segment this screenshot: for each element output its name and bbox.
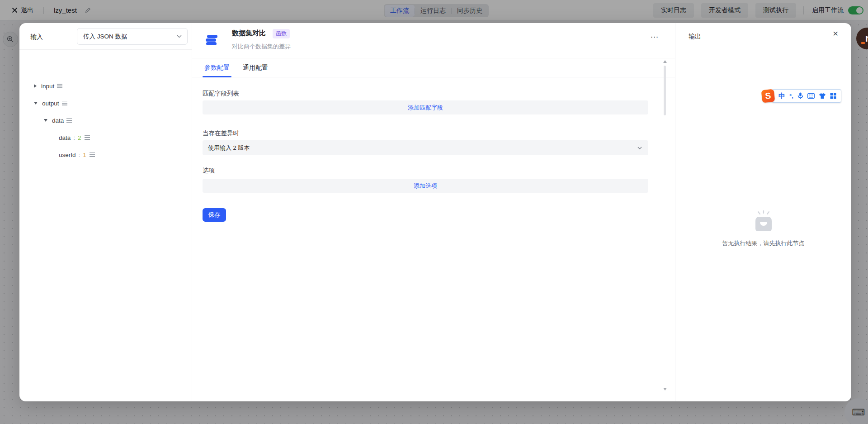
tree-key: output <box>42 100 59 107</box>
empty-state: 暂无执行结果，请先执行此节点 <box>675 210 851 248</box>
add-option-button[interactable]: 添加选项 <box>203 179 648 193</box>
tree-row-userid-value[interactable]: userId : 1 <box>19 149 192 160</box>
tab-general-config[interactable]: 通用配置 <box>243 58 268 77</box>
scroll-down-arrow-icon[interactable] <box>663 388 667 391</box>
node-subtitle: 对比两个数据集的差异 <box>232 43 291 51</box>
add-match-field-button[interactable]: 添加匹配字段 <box>203 100 648 114</box>
node-header: 数据集对比 函数 对比两个数据集的差异 ... <box>192 23 675 58</box>
ime-status-button[interactable]: ⌨ <box>844 398 868 424</box>
more-menu-button[interactable]: ... <box>651 30 659 40</box>
save-button[interactable]: 保存 <box>203 208 226 222</box>
node-config-panel: 数据集对比 函数 对比两个数据集的差异 ... 参数配置 通用配置 匹配字段列表… <box>192 23 675 401</box>
drag-handle-icon[interactable] <box>85 135 90 140</box>
database-icon <box>206 34 217 47</box>
caret-down-icon[interactable] <box>34 102 38 105</box>
keyboard-icon <box>807 93 815 99</box>
ime-skin-button[interactable] <box>819 93 826 99</box>
chevron-down-icon <box>637 147 642 149</box>
tree-row-output[interactable]: output <box>19 98 192 109</box>
input-source-select[interactable]: 传入 JSON 数据 <box>77 28 188 45</box>
tshirt-icon <box>819 93 826 99</box>
node-config-tabs: 参数配置 通用配置 <box>192 58 675 77</box>
scroll-up-arrow-icon[interactable] <box>663 60 667 63</box>
caret-right-icon[interactable] <box>34 84 37 88</box>
extension-letter: r <box>865 33 868 44</box>
node-type-badge: 函数 <box>273 29 290 38</box>
caret-down-icon[interactable] <box>44 119 47 122</box>
close-output-button[interactable]: × <box>833 29 838 38</box>
output-panel-title: 输出 <box>689 33 701 41</box>
tree-value: 1 <box>83 152 86 158</box>
input-panel: 输入 传入 JSON 数据 input output <box>19 23 192 401</box>
tree-value: 2 <box>78 134 81 141</box>
output-panel: 输出 × 暂无执行结果，请先执行此节点 <box>675 23 851 401</box>
tree-row-input[interactable]: input <box>19 81 192 91</box>
grid-squares-icon <box>830 93 836 99</box>
drag-handle-icon[interactable] <box>66 118 72 123</box>
ime-keyboard-button[interactable] <box>807 93 815 99</box>
tree-separator: : <box>73 134 75 141</box>
tab-parameter-config[interactable]: 参数配置 <box>204 58 230 77</box>
scrollbar-thumb[interactable] <box>664 66 666 115</box>
tree-key: userId <box>59 152 76 158</box>
ime-language-mode-button[interactable]: 中 <box>778 92 785 100</box>
keyboard-glyph-icon: ⌨ <box>852 407 865 418</box>
node-config-modal: 输入 传入 JSON 数据 input output <box>19 23 851 401</box>
options-label: 选项 <box>203 167 215 175</box>
drag-handle-icon[interactable] <box>57 84 62 88</box>
on-difference-label: 当存在差异时 <box>203 129 239 138</box>
tree-separator: : <box>79 152 80 158</box>
tree-row-data[interactable]: data <box>19 115 192 126</box>
sogou-logo-icon[interactable]: S <box>761 89 775 103</box>
ime-toolbox-button[interactable] <box>830 93 836 99</box>
ime-microphone-button[interactable] <box>797 92 803 100</box>
on-difference-value: 使用输入 2 版本 <box>208 144 250 152</box>
chevron-down-icon <box>177 35 182 38</box>
drag-handle-icon[interactable] <box>62 101 67 105</box>
orange-accent <box>861 42 865 44</box>
input-panel-header: 输入 传入 JSON 数据 <box>19 23 192 50</box>
drag-handle-icon[interactable] <box>90 152 95 157</box>
empty-state-text: 暂无执行结果，请先执行此节点 <box>675 239 851 248</box>
screen: 退出 lzy_test 工作流 运行日志 同步历史 实时日志 开发 <box>0 0 868 424</box>
ime-toolbar: S 中 °, <box>762 89 841 103</box>
input-panel-title: 输入 <box>30 33 43 41</box>
tree-key: input <box>41 83 54 90</box>
tree-key: data <box>59 134 71 141</box>
node-title: 数据集对比 <box>232 29 266 38</box>
microphone-icon <box>797 92 803 100</box>
ime-toolbar-box: 中 °, <box>772 89 841 103</box>
tree-key: data <box>52 117 64 124</box>
on-difference-select[interactable]: 使用输入 2 版本 <box>203 140 648 155</box>
ime-punctuation-button[interactable]: °, <box>789 93 793 100</box>
tree-row-data-value[interactable]: data : 2 <box>19 132 192 143</box>
empty-inbox-icon <box>752 210 775 233</box>
match-fields-label: 匹配字段列表 <box>203 90 239 98</box>
json-tree: input output data data : 2 <box>19 50 192 401</box>
scrollbar[interactable] <box>662 59 668 391</box>
input-source-value: 传入 JSON 数据 <box>83 33 127 41</box>
